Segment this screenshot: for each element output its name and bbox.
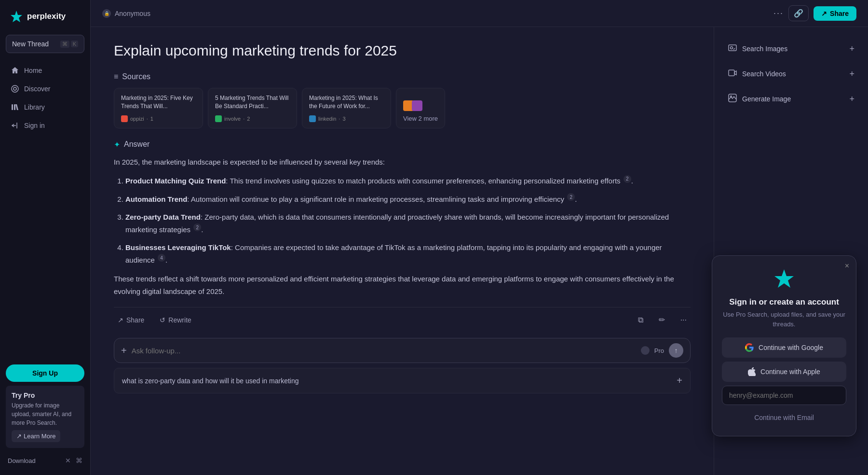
trend-3-desc: Zero-party data, which is data that cons… bbox=[125, 213, 669, 234]
popup-title: Sign in or create an account bbox=[722, 297, 846, 307]
followup-input[interactable] bbox=[132, 347, 636, 355]
perplexity-logo-icon bbox=[10, 10, 23, 23]
generate-image-label: Generate Image bbox=[742, 95, 791, 103]
popup-logo-icon bbox=[773, 267, 795, 289]
search-videos-action[interactable]: Search Videos + bbox=[722, 62, 860, 86]
trend-1-desc: This trend involves using quizzes to mat… bbox=[230, 177, 620, 185]
twitter-icon[interactable]: ✕ bbox=[65, 457, 71, 464]
logo-text: perplexity bbox=[27, 12, 66, 21]
new-thread-button[interactable]: New Thread ⌘ K bbox=[6, 35, 84, 53]
generate-image-plus: + bbox=[849, 94, 854, 104]
search-videos-icon bbox=[728, 69, 737, 79]
library-icon bbox=[11, 103, 19, 112]
try-pro-desc: Upgrade for image upload, smarter AI, an… bbox=[12, 401, 79, 427]
more-actions-button[interactable]: ··· bbox=[677, 314, 691, 326]
popup-logo bbox=[722, 267, 846, 291]
discord-icon[interactable]: ⌘ bbox=[76, 457, 82, 464]
learn-more-button[interactable]: ↗ Learn More bbox=[12, 430, 60, 442]
email-button-label: Continue with Email bbox=[754, 414, 814, 421]
sidebar-item-discover[interactable]: Discover bbox=[6, 80, 84, 98]
sidebar: perplexity New Thread ⌘ K Home Discover … bbox=[0, 0, 91, 475]
main-nav: Home Discover Library Sign in bbox=[6, 62, 84, 135]
sources-icon: ≡ bbox=[114, 72, 118, 81]
link-button[interactable]: 🔗 bbox=[788, 5, 809, 21]
answer-label: Answer bbox=[124, 140, 149, 149]
share-answer-icon: ↗ bbox=[118, 316, 123, 324]
anonymous-icon: 🔒 bbox=[102, 9, 111, 18]
answer-section: ✦ Answer In 2025, the marketing landscap… bbox=[114, 140, 691, 327]
citation-2: 2 bbox=[567, 193, 575, 201]
trend-2: Automation Trend: Automation will contin… bbox=[125, 193, 691, 206]
trend-3: Zero-party Data Trend: Zero-party data, … bbox=[125, 211, 691, 236]
trend-1-name: Product Matching Quiz Trend bbox=[125, 177, 226, 185]
more-options-button[interactable]: ··· bbox=[773, 8, 784, 18]
signin-popup: × Sign in or create an account Use Pro S… bbox=[712, 255, 856, 436]
view-more-label: View 2 more bbox=[403, 115, 438, 122]
followup-plus-icon[interactable]: + bbox=[121, 345, 127, 356]
rewrite-button[interactable]: ↺ Rewrite bbox=[156, 314, 195, 326]
logo: perplexity bbox=[6, 8, 84, 25]
sign-up-button[interactable]: Sign Up bbox=[6, 364, 84, 382]
sidebar-item-home[interactable]: Home bbox=[6, 62, 84, 79]
search-videos-left: Search Videos bbox=[728, 69, 786, 79]
source-number-1: 1 bbox=[150, 116, 153, 122]
svg-rect-3 bbox=[14, 104, 15, 110]
continue-with-google-button[interactable]: Continue with Google bbox=[722, 337, 846, 358]
anonymous-label: Anonymous bbox=[115, 10, 150, 17]
new-thread-shortcut: ⌘ K bbox=[60, 41, 78, 48]
search-videos-label: Search Videos bbox=[742, 70, 786, 78]
download-label[interactable]: Download bbox=[8, 457, 36, 464]
source-card-2[interactable]: 5 Marketing Trends That Will Be Standard… bbox=[208, 88, 297, 128]
try-pro-box: Try Pro Upgrade for image upload, smarte… bbox=[6, 386, 84, 448]
copy-button[interactable]: ⧉ bbox=[634, 314, 647, 326]
view-more-card[interactable]: View 2 more bbox=[396, 88, 445, 128]
suggested-question-text: what is zero-party data and how will it … bbox=[122, 377, 299, 385]
suggested-question[interactable]: what is zero-party data and how will it … bbox=[114, 368, 691, 393]
source-card-1[interactable]: Marketing in 2025: Five Key Trends That … bbox=[114, 88, 203, 128]
email-input[interactable] bbox=[722, 386, 846, 405]
source-name-3: linkedin bbox=[318, 116, 336, 122]
send-button[interactable]: ↑ bbox=[669, 343, 683, 358]
source-number-3: 3 bbox=[342, 116, 345, 122]
apple-icon bbox=[748, 367, 756, 376]
trend-4: Businesses Leveraging TikTok: Companies … bbox=[125, 241, 691, 266]
download-row: Download ✕ ⌘ bbox=[6, 454, 84, 467]
source-title-3: Marketing in 2025: What Is the Future of… bbox=[309, 94, 384, 111]
trend-1: Product Matching Quiz Trend: This trend … bbox=[125, 175, 691, 187]
generate-image-left: Generate Image bbox=[728, 94, 791, 104]
new-thread-label: New Thread bbox=[12, 40, 49, 48]
source-number-2: 2 bbox=[247, 116, 250, 122]
rewrite-icon: ↺ bbox=[160, 316, 165, 324]
google-button-label: Continue with Google bbox=[759, 344, 823, 351]
edit-button[interactable]: ✏ bbox=[655, 313, 669, 326]
share-button[interactable]: ↗ Share bbox=[814, 6, 856, 21]
source-card-3[interactable]: Marketing in 2025: What Is the Future of… bbox=[302, 88, 391, 128]
search-images-action[interactable]: Search Images + bbox=[722, 37, 860, 61]
svg-rect-6 bbox=[729, 70, 734, 76]
svg-rect-2 bbox=[12, 104, 13, 110]
source-title-1: Marketing in 2025: Five Key Trends That … bbox=[121, 94, 196, 111]
action-bar: ↗ Share ↺ Rewrite ⧉ ✏ ··· bbox=[114, 307, 691, 326]
learn-more-label: Learn More bbox=[24, 433, 55, 440]
trend-4-name: Businesses Leveraging TikTok bbox=[125, 243, 231, 251]
sidebar-bottom: Sign Up Try Pro Upgrade for image upload… bbox=[6, 364, 84, 467]
sidebar-item-signin[interactable]: Sign in bbox=[6, 117, 84, 134]
search-videos-plus: + bbox=[849, 69, 854, 79]
citation-1: 2 bbox=[624, 175, 631, 183]
search-images-icon bbox=[728, 43, 737, 54]
svg-point-5 bbox=[731, 47, 733, 49]
continue-with-email-button[interactable]: Continue with Email bbox=[722, 409, 846, 426]
sidebar-item-library[interactable]: Library bbox=[6, 98, 84, 116]
topbar: 🔒 Anonymous ··· 🔗 ↗ Share bbox=[91, 0, 868, 27]
continue-with-apple-button[interactable]: Continue with Apple bbox=[722, 362, 846, 382]
generate-image-action[interactable]: Generate Image + bbox=[722, 87, 860, 111]
followup-container: + Pro ↑ bbox=[114, 338, 691, 363]
share-answer-button[interactable]: ↗ Share bbox=[114, 314, 148, 326]
sources-header: ≡ Sources bbox=[114, 72, 691, 81]
source-title-2: 5 Marketing Trends That Will Be Standard… bbox=[215, 94, 290, 111]
download-icons: ✕ ⌘ bbox=[65, 457, 82, 464]
citation-4: 4 bbox=[158, 254, 165, 262]
source-meta-3: linkedin · 3 bbox=[309, 115, 384, 122]
popup-close-button[interactable]: × bbox=[845, 262, 849, 270]
google-icon bbox=[745, 343, 754, 352]
